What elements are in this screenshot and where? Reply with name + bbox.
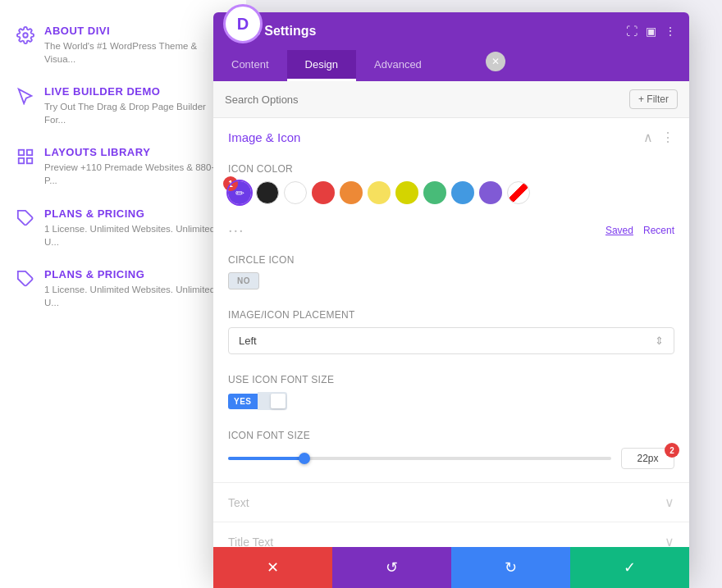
tab-design[interactable]: Design — [287, 50, 356, 81]
swatch-black[interactable] — [256, 181, 279, 204]
blurb-settings-panel: Blurb Settings ⛶ ▣ ⋮ Content Design Adva… — [213, 12, 689, 577]
no-toggle[interactable]: NO — [228, 272, 259, 289]
swatch-orange[interactable] — [340, 181, 363, 204]
more-options-icon[interactable]: ⋮ — [665, 25, 676, 38]
cancel-button[interactable]: ✕ — [213, 547, 332, 588]
swatch-purple[interactable]: 1 ✏ — [228, 181, 251, 204]
swatch-purple2[interactable] — [479, 181, 502, 204]
swatch-yellow[interactable] — [368, 181, 391, 204]
icon-color-field: Icon Color 1 ✏ — [213, 157, 689, 217]
section-image-icon: Image & Icon ∧ ⋮ Icon Color 1 ✏ — [213, 118, 689, 483]
placement-label: Image/Icon Placement — [228, 309, 674, 321]
split-view-icon[interactable]: ▣ — [646, 25, 656, 38]
slider-fill — [228, 457, 304, 460]
slider-track[interactable] — [228, 457, 611, 460]
section-image-icon-title: Image & Icon — [228, 130, 300, 144]
section-image-icon-actions: ∧ ⋮ — [643, 130, 674, 145]
section-more-icon[interactable]: ⋮ — [661, 130, 674, 145]
slider-value-wrap: 22px 2 — [621, 448, 674, 469]
toggle-thumb — [271, 394, 286, 408]
sidebar-item-layouts-title: LAYOUTS LIBRARY — [44, 146, 230, 158]
placement-field: Image/Icon Placement Left ⇕ — [213, 303, 689, 367]
swatch-yellow2[interactable] — [395, 181, 418, 204]
svg-rect-2 — [27, 150, 32, 155]
color-swatches: 1 ✏ — [228, 181, 674, 204]
circle-icon-toggle[interactable]: NO — [228, 272, 674, 289]
panel-header: Blurb Settings ⛶ ▣ ⋮ — [213, 12, 689, 50]
tab-advanced[interactable]: Advanced — [356, 50, 440, 81]
tag-icon — [16, 209, 34, 227]
section-text[interactable]: Text ∨ — [213, 483, 689, 522]
more-swatches-button[interactable]: ··· — [228, 221, 244, 239]
toggle-track[interactable] — [258, 392, 287, 410]
svg-rect-1 — [19, 150, 24, 155]
swatch-badge-2: 2 — [665, 443, 679, 458]
filter-button[interactable]: + Filter — [629, 89, 678, 109]
icon-color-label: Icon Color — [228, 163, 674, 175]
sidebar-item-plans1-title: PLANS & PRICING — [44, 207, 230, 220]
font-size-label: Icon Font Size — [228, 430, 674, 441]
toggle-yes-label[interactable]: YES — [228, 394, 258, 409]
swatch-white[interactable] — [284, 181, 307, 204]
swatch-striped[interactable] — [507, 181, 530, 204]
svg-rect-3 — [19, 158, 24, 163]
swatch-badge-1: 1 — [223, 176, 238, 191]
panel-body: Image & Icon ∧ ⋮ Icon Color 1 ✏ — [213, 118, 689, 577]
expand-text-icon[interactable]: ∨ — [665, 495, 674, 510]
sidebar-item-plans2-title: PLANS & PRICING — [44, 268, 230, 280]
sidebar-item-about-title: ABOUT DIVI — [44, 25, 230, 37]
gear-icon — [16, 26, 34, 44]
sidebar-item-about-desc: The World's #1 WordPress Theme & Visua..… — [44, 39, 230, 66]
close-panel-button[interactable]: ✕ — [486, 52, 505, 71]
section-text-title: Text — [228, 496, 249, 509]
undo-button[interactable]: ↺ — [332, 547, 451, 588]
saved-tab[interactable]: Saved — [605, 225, 633, 236]
use-font-size-toggle[interactable]: YES — [228, 392, 674, 410]
placement-value: Left — [239, 335, 257, 347]
font-size-field: Icon Font Size 22px 2 — [213, 423, 689, 482]
search-input[interactable] — [225, 93, 363, 106]
sidebar-item-live-builder[interactable]: LIVE BUILDER DEMO Try Out The Drag & Dro… — [16, 85, 230, 126]
placement-dropdown[interactable]: Left ⇕ — [228, 327, 674, 354]
swatch-tab-group: Saved Recent — [605, 225, 674, 236]
search-bar: + Filter — [213, 81, 689, 118]
sidebar: ABOUT DIVI The World's #1 WordPress Them… — [0, 0, 246, 588]
cursor-icon — [16, 87, 34, 105]
panel-header-actions: ⛶ ▣ ⋮ — [626, 25, 676, 38]
font-size-slider-wrap: 22px 2 — [228, 448, 674, 469]
tab-content[interactable]: Content — [213, 50, 287, 81]
circle-icon-field: Circle Icon NO — [213, 248, 689, 303]
panel-toolbar: ✕ ↺ ↻ ✓ — [213, 547, 689, 588]
svg-rect-4 — [27, 158, 32, 163]
collapse-icon[interactable]: ∧ — [643, 130, 653, 145]
swatch-red[interactable] — [312, 181, 335, 204]
chevron-down-icon: ⇕ — [655, 335, 664, 347]
grid-icon — [16, 148, 34, 166]
use-font-size-label: Use Icon Font Size — [228, 374, 674, 385]
section-image-icon-header[interactable]: Image & Icon ∧ ⋮ — [213, 118, 689, 157]
sidebar-item-live-title: LIVE BUILDER DEMO — [44, 85, 230, 98]
sidebar-item-plans2-desc: 1 License. Unlimited Websites. Unlimited… — [44, 283, 230, 309]
svg-point-0 — [23, 33, 28, 38]
sidebar-item-plans-2[interactable]: PLANS & PRICING 1 License. Unlimited Web… — [16, 268, 230, 309]
section-text-header[interactable]: Text ∨ — [213, 483, 689, 522]
panel-tabs: Content Design Advanced — [213, 50, 689, 81]
recent-tab[interactable]: Recent — [643, 225, 674, 236]
sidebar-item-live-desc: Try Out The Drag & Drop Page Builder For… — [44, 100, 230, 126]
redo-button[interactable]: ↻ — [451, 547, 570, 588]
sidebar-item-layouts[interactable]: LAYOUTS LIBRARY Preview +110 Premade Web… — [16, 146, 230, 187]
save-button[interactable]: ✓ — [570, 547, 689, 588]
sidebar-item-plans-1[interactable]: PLANS & PRICING 1 License. Unlimited Web… — [16, 207, 230, 248]
sidebar-item-plans1-desc: 1 License. Unlimited Websites. Unlimited… — [44, 222, 230, 248]
sidebar-item-about-divi[interactable]: ABOUT DIVI The World's #1 WordPress Them… — [16, 25, 230, 66]
divi-logo: D — [223, 4, 263, 43]
swatch-row-tabs: ··· Saved Recent — [213, 217, 689, 248]
swatch-blue[interactable] — [451, 181, 474, 204]
swatch-green[interactable] — [423, 181, 446, 204]
use-font-size-field: Use Icon Font Size YES — [213, 367, 689, 423]
tag2-icon — [16, 270, 34, 288]
fullscreen-icon[interactable]: ⛶ — [626, 25, 637, 38]
circle-icon-label: Circle Icon — [228, 254, 674, 266]
sidebar-item-layouts-desc: Preview +110 Premade Websites & 880+ P..… — [44, 161, 230, 187]
slider-thumb[interactable] — [299, 453, 310, 464]
